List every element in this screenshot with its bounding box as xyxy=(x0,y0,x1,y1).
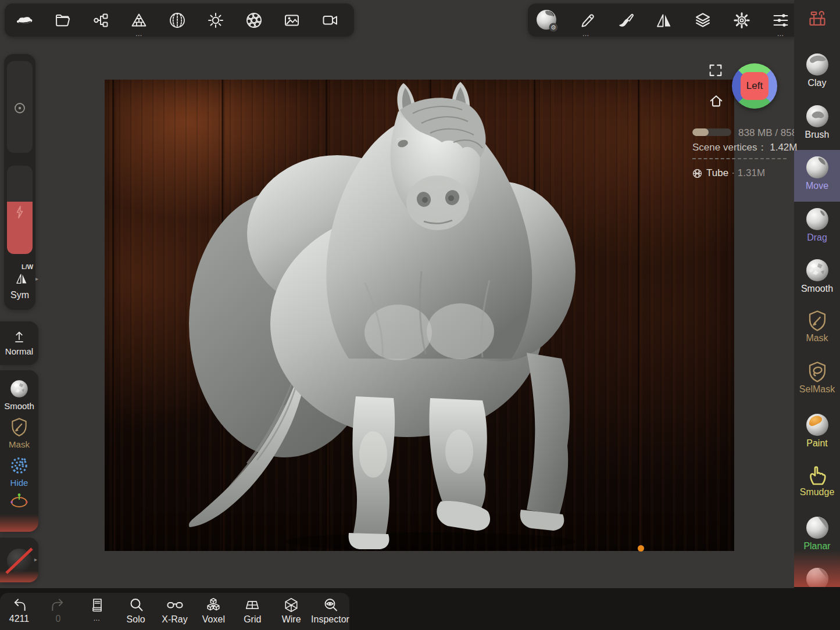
tool-mask[interactable]: Mask xyxy=(794,305,840,356)
history-more: … xyxy=(93,614,101,622)
stroke-mode-label: Normal xyxy=(5,346,33,356)
solo-button[interactable]: Solo xyxy=(121,593,151,630)
symmetry-icon[interactable] xyxy=(14,271,29,285)
xray-button[interactable]: X-Ray xyxy=(160,593,190,630)
voxel-button[interactable]: Voxel xyxy=(199,593,228,630)
tool-label: Planar xyxy=(803,541,830,552)
app-window: … ⚙ … xyxy=(0,0,840,630)
paintbrush-icon[interactable] xyxy=(612,3,638,37)
background-image-icon[interactable] xyxy=(279,3,305,37)
smooth-sphere-icon xyxy=(805,257,830,283)
more-indicator: … xyxy=(768,31,793,37)
modifier-smooth[interactable]: Smooth xyxy=(0,370,38,411)
fullscreen-icon[interactable] xyxy=(708,63,723,78)
wire-label: Wire xyxy=(282,614,301,625)
drag-sphere-icon xyxy=(805,206,830,232)
panel-fade xyxy=(0,514,38,532)
expand-arrow-icon[interactable]: ▸ xyxy=(34,556,37,563)
redo-count: 0 xyxy=(55,614,60,624)
gizmo-front-face[interactable]: Left xyxy=(741,72,768,100)
material-ball-icon[interactable]: ⚙ xyxy=(534,3,560,37)
tool-label: SelMask xyxy=(799,384,835,395)
mask-shield-icon xyxy=(806,309,829,332)
files-folder-icon[interactable] xyxy=(50,3,76,37)
grid-label: Grid xyxy=(244,614,261,625)
shield-brush-icon xyxy=(9,417,29,438)
grid-button[interactable]: Grid xyxy=(238,593,267,630)
tool-label: Smooth xyxy=(801,284,833,294)
memory-gauge-fill xyxy=(692,128,709,136)
lighting-sun-icon[interactable] xyxy=(203,3,228,37)
grid-plane-icon xyxy=(244,597,261,613)
tool-smooth[interactable]: Smooth xyxy=(794,253,840,305)
viewport-marker-dot xyxy=(638,545,644,552)
tool-move[interactable]: Move xyxy=(794,150,840,202)
tool-label: Clay xyxy=(807,78,826,88)
undo-icon xyxy=(11,597,28,613)
wire-button[interactable]: Wire xyxy=(277,593,306,630)
history-button[interactable]: … xyxy=(83,593,112,630)
topology-pyramid-icon[interactable]: … xyxy=(126,3,152,37)
sculpt-viewport[interactable] xyxy=(105,80,734,551)
tool-paint[interactable]: Paint xyxy=(794,407,840,459)
scene-object-row[interactable]: Tube · 1.31M xyxy=(692,167,765,179)
tool-selmask[interactable]: SelMask xyxy=(794,356,840,407)
orientation-gizmo[interactable]: Left xyxy=(732,63,777,109)
sphere-red-slash-icon xyxy=(5,546,34,575)
stroke-pencil-icon[interactable]: … xyxy=(573,3,599,37)
expand-arrow-icon[interactable]: ▸ xyxy=(35,275,38,282)
redo-button[interactable]: 0 xyxy=(44,593,73,630)
tool-drag[interactable]: Drag xyxy=(794,202,840,253)
toolbar-top-left: … xyxy=(5,3,354,37)
selmask-shield-icon xyxy=(806,360,829,384)
magnifier-icon xyxy=(128,597,144,613)
tool-smudge[interactable]: Smudge xyxy=(794,459,840,510)
toolbox-icon[interactable] xyxy=(794,8,840,28)
tool-list: Clay Brush Move Drag Smooth Mask xyxy=(794,47,840,613)
xray-label: X-Ray xyxy=(162,614,187,625)
app-logo-icon[interactable] xyxy=(12,3,37,37)
symmetry-mirror-icon[interactable] xyxy=(651,3,677,37)
tool-label: Move xyxy=(806,181,828,191)
settings-gear-icon[interactable] xyxy=(729,3,755,37)
ui-sliders-icon[interactable]: … xyxy=(768,3,793,37)
scene-vertices-label: Scene vertices： xyxy=(692,142,767,153)
tool-clay[interactable]: Clay xyxy=(794,47,840,99)
inspector-label: Inspector xyxy=(311,614,349,625)
move-gizmo-icon xyxy=(9,493,29,510)
render-aperture-icon[interactable] xyxy=(241,3,267,37)
scene-graph-icon[interactable] xyxy=(88,3,114,37)
wire-sphere-icon xyxy=(692,169,702,178)
tool-label: Smudge xyxy=(800,487,835,497)
undo-button[interactable]: 4211 xyxy=(5,593,34,630)
camera-video-icon[interactable] xyxy=(317,3,343,37)
size-slider[interactable] xyxy=(7,61,33,153)
horse-model xyxy=(105,80,734,551)
quick-modifiers-panel: Smooth Mask Hide xyxy=(0,370,38,532)
scene-vertices-value: 1.42M xyxy=(770,142,797,153)
object-separator: · xyxy=(731,167,735,179)
svg-text:⚙: ⚙ xyxy=(551,24,556,31)
matcap-hatched-sphere-icon[interactable] xyxy=(165,3,190,37)
paint-sphere-icon xyxy=(805,412,830,438)
memory-gauge xyxy=(692,128,731,136)
modifier-gizmo[interactable] xyxy=(0,488,38,510)
history-book-icon xyxy=(89,597,105,613)
modifier-label: Hide xyxy=(10,478,28,488)
stroke-mode-button[interactable]: Normal xyxy=(0,321,38,365)
layers-icon[interactable] xyxy=(690,3,716,37)
modifier-label: Smooth xyxy=(4,401,34,411)
modifier-mask[interactable]: Mask xyxy=(0,411,38,449)
arrow-up-line-icon xyxy=(12,328,27,345)
tool-brush[interactable]: Brush xyxy=(794,99,840,151)
tool-planar[interactable]: Planar xyxy=(794,510,840,562)
tool-strip: Clay Brush Move Drag Smooth Mask xyxy=(794,0,840,587)
material-none-button[interactable]: ▸ xyxy=(0,538,38,582)
circle-dot-icon xyxy=(7,102,33,114)
modifier-hide[interactable]: Hide xyxy=(0,449,38,488)
scene-vertices: Scene vertices： 1.42M xyxy=(692,141,797,154)
inspector-button[interactable]: Inspector xyxy=(316,593,345,630)
home-view-icon[interactable] xyxy=(709,94,724,109)
move-sphere-icon xyxy=(805,155,830,180)
intensity-slider[interactable] xyxy=(7,166,33,254)
